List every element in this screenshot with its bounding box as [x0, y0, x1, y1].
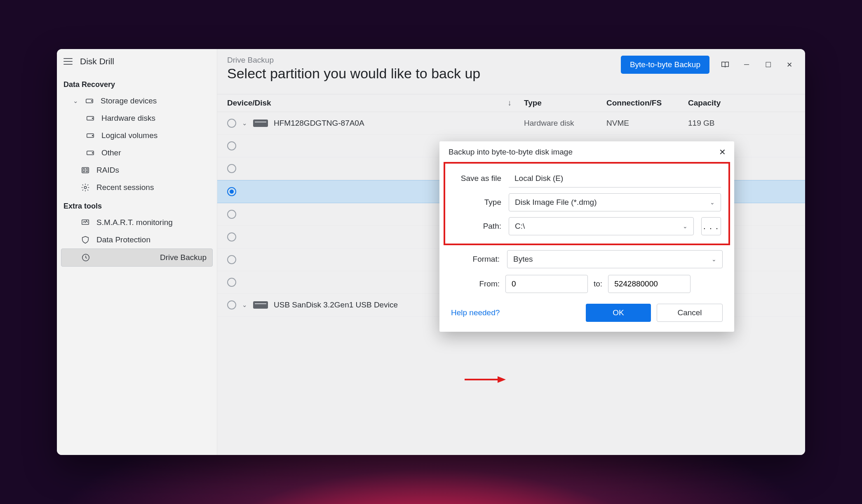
cell-conn: NVME [606, 119, 688, 128]
help-link[interactable]: Help needed? [451, 308, 500, 317]
radio-button[interactable] [227, 141, 236, 150]
svg-point-0 [92, 101, 92, 101]
sidebar-item-hardware-disks[interactable]: Hardware disks [61, 110, 213, 127]
sidebar-section-data-recovery: Data Recovery [61, 75, 213, 92]
col-cap[interactable]: Capacity [688, 98, 754, 108]
radio-button[interactable] [227, 300, 236, 309]
disk-icon [86, 114, 95, 123]
sidebar-item-storage-devices[interactable]: ⌄ Storage devices [61, 92, 213, 110]
monitor-icon [81, 218, 90, 227]
sidebar-item-label: S.M.A.R.T. monitoring [96, 218, 173, 227]
disk-icon [86, 131, 95, 140]
sidebar-item-label: Drive Backup [160, 253, 207, 262]
shield-icon [81, 235, 90, 244]
sidebar-section-extra-tools: Extra tools [61, 196, 213, 214]
chevron-down-icon[interactable]: ⌄ [242, 301, 247, 309]
chevron-down-icon: ⌄ [73, 97, 78, 105]
path-label: Path: [453, 222, 501, 231]
browse-button[interactable]: . . . [701, 217, 721, 235]
format-label: Format: [451, 255, 500, 264]
byte-to-byte-backup-button[interactable]: Byte-to-byte Backup [621, 56, 709, 74]
radio-button[interactable] [227, 187, 236, 196]
sidebar-item-recent-sessions[interactable]: Recent sessions [61, 179, 213, 196]
cancel-button[interactable]: Cancel [657, 304, 723, 322]
table-row[interactable]: ⌄HFM128GDGTNG-87A0AHardware diskNVME119 … [217, 112, 805, 135]
backup-dialog: Backup into byte-to-byte disk image ✕ Sa… [439, 141, 734, 332]
book-icon[interactable] [719, 59, 731, 70]
to-input[interactable] [608, 275, 691, 293]
radio-button[interactable] [227, 278, 236, 287]
ok-button[interactable]: OK [586, 304, 651, 322]
backup-icon [81, 253, 90, 262]
raid-icon [81, 166, 90, 175]
svg-point-7 [84, 186, 87, 189]
page-title: Select partition you would like to back … [227, 66, 480, 82]
breadcrumb: Drive Backup [227, 56, 480, 65]
path-select[interactable]: C:\⌄ [509, 217, 694, 235]
radio-button[interactable] [227, 255, 236, 264]
svg-point-3 [92, 152, 93, 153]
dialog-close-icon[interactable]: ✕ [719, 147, 726, 157]
close-icon[interactable]: ✕ [784, 59, 795, 70]
sidebar-item-label: Recent sessions [96, 183, 154, 192]
annotation-redbox: Save as file Local Disk (E) Type Disk Im… [444, 162, 730, 245]
chevron-down-icon: ⌄ [683, 223, 688, 230]
format-select[interactable]: Bytes⌄ [507, 250, 723, 268]
sidebar-item-other[interactable]: Other [61, 144, 213, 162]
disk-icon [86, 148, 95, 157]
from-input[interactable] [505, 275, 588, 293]
drive-icon [253, 301, 268, 309]
svg-marker-11 [498, 376, 506, 383]
sidebar-item-label: Storage devices [101, 96, 157, 105]
device-name: HFM128GDGTNG-87A0A [274, 119, 364, 128]
sidebar-item-label: Logical volumes [101, 131, 157, 140]
maximize-icon[interactable]: ☐ [762, 59, 774, 70]
minimize-icon[interactable]: ─ [741, 59, 752, 70]
topbar: Drive Backup Select partition you would … [217, 49, 805, 82]
radio-button[interactable] [227, 119, 236, 128]
dialog-title: Backup into byte-to-byte disk image [449, 148, 573, 157]
annotation-arrow [465, 375, 506, 384]
type-label: Type [453, 198, 501, 207]
save-as-label: Save as file [453, 174, 501, 183]
to-label: to: [594, 279, 602, 288]
sidebar-item-label: Data Protection [96, 235, 150, 244]
table-header: Device/Disk ↓ Type Connection/FS Capacit… [217, 94, 805, 112]
svg-rect-5 [83, 169, 85, 171]
chevron-down-icon: ⌄ [712, 256, 716, 263]
save-as-input[interactable]: Local Disk (E) [509, 169, 721, 188]
main-panel: Drive Backup Select partition you would … [217, 49, 805, 455]
col-type[interactable]: Type [524, 98, 606, 108]
sidebar-item-label: Other [101, 148, 121, 157]
sidebar-item-logical-volumes[interactable]: Logical volumes [61, 127, 213, 144]
app-title: Disk Drill [80, 56, 114, 66]
device-name: USB SanDisk 3.2Gen1 USB Device [274, 300, 398, 309]
radio-button[interactable] [227, 210, 236, 219]
svg-point-2 [92, 135, 93, 136]
sidebar-item-smart[interactable]: S.M.A.R.T. monitoring [61, 214, 213, 231]
from-label: From: [451, 279, 500, 288]
sidebar: Disk Drill Data Recovery ⌄ Storage devic… [57, 49, 217, 455]
gear-icon [81, 183, 90, 192]
sidebar-item-raids[interactable]: RAIDs [61, 162, 213, 179]
radio-button[interactable] [227, 232, 236, 241]
disk-icon [85, 96, 94, 105]
svg-rect-6 [86, 169, 88, 171]
col-device[interactable]: Device/Disk [227, 98, 271, 108]
app-window: Disk Drill Data Recovery ⌄ Storage devic… [57, 49, 805, 455]
chevron-down-icon: ⌄ [710, 199, 715, 206]
chevron-down-icon[interactable]: ⌄ [242, 120, 247, 127]
cell-cap: 119 GB [688, 119, 754, 128]
svg-point-1 [92, 118, 93, 119]
sidebar-item-label: RAIDs [96, 166, 119, 175]
sidebar-item-drive-backup[interactable]: Drive Backup [61, 248, 213, 267]
col-conn[interactable]: Connection/FS [606, 98, 688, 108]
sidebar-item-label: Hardware disks [101, 114, 155, 123]
type-select[interactable]: Disk Image File (*.dmg)⌄ [509, 193, 721, 211]
drive-icon [253, 120, 268, 127]
sidebar-item-data-protection[interactable]: Data Protection [61, 231, 213, 248]
sort-icon[interactable]: ↓ [508, 98, 512, 108]
cell-type: Hardware disk [524, 119, 606, 128]
radio-button[interactable] [227, 164, 236, 173]
hamburger-icon[interactable] [63, 58, 73, 65]
